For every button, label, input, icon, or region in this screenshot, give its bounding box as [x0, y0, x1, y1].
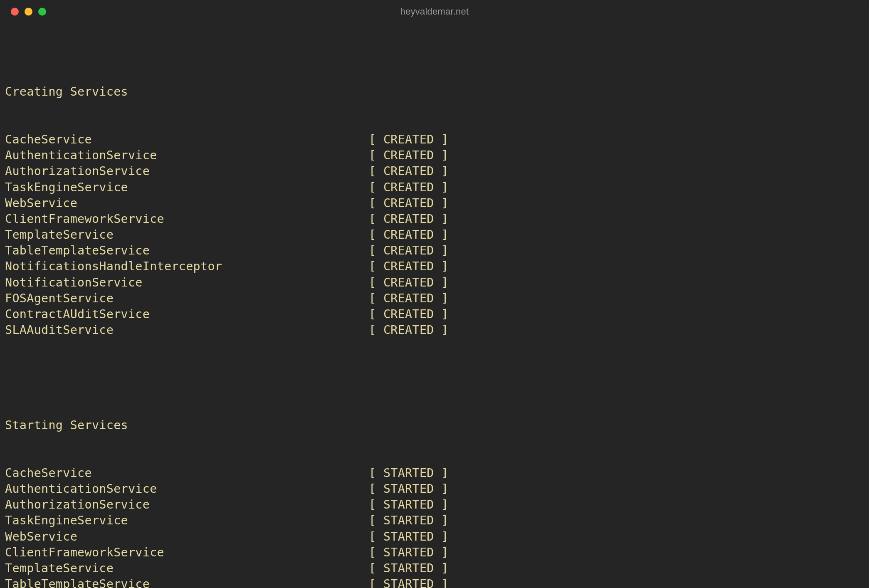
service-name: CacheService	[5, 465, 369, 481]
close-button[interactable]	[11, 8, 19, 16]
service-name: ContractAUditService	[5, 306, 369, 322]
service-status: [ STARTED ]	[369, 497, 449, 513]
service-row: ClientFrameworkService[ STARTED ]	[5, 545, 869, 561]
service-name: NotificationsHandleInterceptor	[5, 259, 369, 274]
service-name: WebService	[5, 529, 369, 545]
section-heading: Creating Services	[5, 84, 869, 100]
service-name: TableTemplateService	[5, 243, 369, 259]
service-row: AuthorizationService[ CREATED ]	[5, 163, 869, 179]
service-name: TaskEngineService	[5, 180, 369, 195]
service-status: [ STARTED ]	[369, 465, 449, 481]
terminal-window: heyvaldemar.net Creating Services CacheS…	[0, 0, 869, 588]
service-status: [ CREATED ]	[369, 163, 449, 179]
window-title: heyvaldemar.net	[0, 6, 869, 17]
service-name: TableTemplateService	[5, 576, 369, 588]
service-row: TableTemplateService[ CREATED ]	[5, 243, 869, 259]
service-row: WebService[ STARTED ]	[5, 529, 869, 545]
zoom-button[interactable]	[38, 8, 46, 16]
service-status: [ STARTED ]	[369, 561, 449, 576]
service-status: [ CREATED ]	[369, 291, 449, 306]
service-status: [ STARTED ]	[369, 576, 449, 588]
terminal-output[interactable]: Creating Services CacheService[ CREATED …	[0, 23, 869, 588]
service-row: TableTemplateService[ STARTED ]	[5, 576, 869, 588]
service-name: SLAAuditService	[5, 322, 369, 338]
service-row: AuthenticationService[ STARTED ]	[5, 481, 869, 497]
service-status: [ CREATED ]	[369, 211, 449, 227]
service-row: CacheService[ CREATED ]	[5, 132, 869, 148]
service-row: ContractAUditService[ CREATED ]	[5, 306, 869, 322]
service-row: ClientFrameworkService[ CREATED ]	[5, 211, 869, 227]
service-name: AuthorizationService	[5, 497, 369, 513]
window-controls	[11, 8, 46, 16]
service-status: [ CREATED ]	[369, 306, 449, 322]
service-row: AuthorizationService[ STARTED ]	[5, 497, 869, 513]
service-name: AuthenticationService	[5, 148, 369, 163]
service-name: AuthorizationService	[5, 163, 369, 179]
service-status: [ CREATED ]	[369, 148, 449, 163]
service-row: NotificationsHandleInterceptor[ CREATED …	[5, 259, 869, 274]
titlebar: heyvaldemar.net	[0, 0, 869, 23]
service-status: [ CREATED ]	[369, 259, 449, 274]
service-name: TemplateService	[5, 227, 369, 243]
service-status: [ CREATED ]	[369, 243, 449, 259]
service-name: ClientFrameworkService	[5, 545, 369, 561]
service-name: TemplateService	[5, 561, 369, 576]
service-row: SLAAuditService[ CREATED ]	[5, 322, 869, 338]
service-name: TaskEngineService	[5, 513, 369, 529]
service-status: [ CREATED ]	[369, 275, 449, 291]
service-status: [ CREATED ]	[369, 322, 449, 338]
service-status: [ CREATED ]	[369, 132, 449, 148]
service-row: TemplateService[ STARTED ]	[5, 561, 869, 576]
service-row: NotificationService[ CREATED ]	[5, 275, 869, 291]
service-name: FOSAgentService	[5, 291, 369, 306]
service-name: AuthenticationService	[5, 481, 369, 497]
service-status: [ STARTED ]	[369, 529, 449, 545]
service-name: NotificationService	[5, 275, 369, 291]
service-status: [ STARTED ]	[369, 481, 449, 497]
service-name: ClientFrameworkService	[5, 211, 369, 227]
service-row: AuthenticationService[ CREATED ]	[5, 148, 869, 163]
service-row: CacheService[ STARTED ]	[5, 465, 869, 481]
section-heading: Starting Services	[5, 418, 869, 433]
service-status: [ CREATED ]	[369, 180, 449, 195]
service-row: TaskEngineService[ STARTED ]	[5, 513, 869, 529]
service-row: TaskEngineService[ CREATED ]	[5, 180, 869, 195]
service-row: TemplateService[ CREATED ]	[5, 227, 869, 243]
service-name: WebService	[5, 195, 369, 211]
minimize-button[interactable]	[25, 8, 32, 16]
service-row: FOSAgentService[ CREATED ]	[5, 291, 869, 306]
service-status: [ STARTED ]	[369, 545, 449, 561]
service-name: CacheService	[5, 132, 369, 148]
service-row: WebService[ CREATED ]	[5, 195, 869, 211]
service-status: [ CREATED ]	[369, 195, 449, 211]
service-status: [ STARTED ]	[369, 513, 449, 529]
service-status: [ CREATED ]	[369, 227, 449, 243]
